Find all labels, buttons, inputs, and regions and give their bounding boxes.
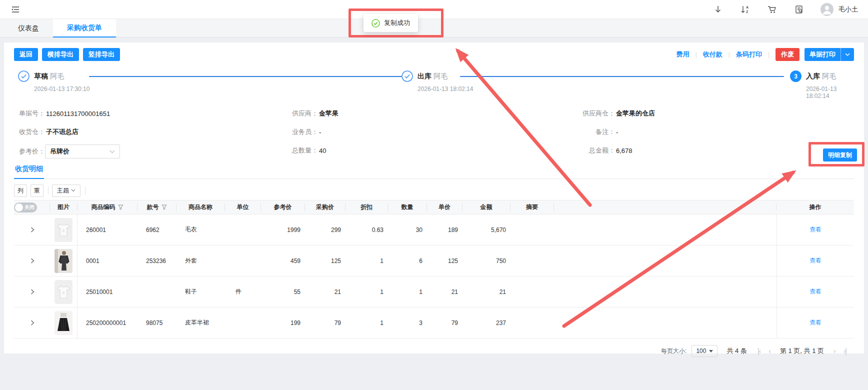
svg-text:Z: Z xyxy=(746,10,748,14)
table-row: 0001253236外套45912516125750查看 xyxy=(14,246,854,276)
col-unit-price: 单价 xyxy=(427,204,462,211)
cell-amount: 21 xyxy=(462,288,510,296)
cell-ref-price: 459 xyxy=(261,258,305,264)
row-expand-icon[interactable] xyxy=(14,288,50,295)
field-label: 参考价 xyxy=(14,147,45,156)
product-photo xyxy=(54,249,72,273)
doc-print-button[interactable]: 单据打印 xyxy=(804,48,854,61)
export-vertical-button[interactable]: 竖排导出 xyxy=(83,48,120,61)
step-user: 阿毛 xyxy=(822,72,836,80)
payments-link[interactable]: 收付款 xyxy=(703,50,722,59)
view-link[interactable]: 查看 xyxy=(810,288,822,296)
product-image-cell[interactable] xyxy=(50,308,78,338)
row-expand-icon[interactable] xyxy=(14,320,50,326)
cell-discount: 1 xyxy=(346,288,388,296)
first-page-button[interactable]: |‹ xyxy=(756,347,762,355)
fees-link[interactable]: 费用 xyxy=(676,50,690,59)
barcode-print-link[interactable]: 条码打印 xyxy=(736,50,762,59)
step-name: 出库 xyxy=(418,72,432,80)
row-action-cell: 查看 xyxy=(776,214,854,245)
sort-a-z-icon[interactable]: AZ xyxy=(740,4,750,15)
col-summary: 摘要 xyxy=(510,204,554,211)
product-image-cell[interactable]: e xyxy=(50,214,78,245)
cell-qty: 30 xyxy=(388,226,427,234)
cell-product-code: 260001 xyxy=(78,226,138,234)
cell-discount: 1 xyxy=(346,320,388,326)
step-check-icon xyxy=(18,70,30,82)
col-product-code[interactable]: 商品编码 xyxy=(78,204,138,211)
col-action: 操作 xyxy=(776,204,854,211)
tab-receive-detail[interactable]: 收货明细 xyxy=(14,164,44,179)
tab-purchase-receipt[interactable]: 采购收货单 xyxy=(53,19,116,38)
step-name: 草稿 xyxy=(34,72,48,80)
page-info: 第 1 页, 共 1 页 xyxy=(780,346,824,356)
cart-icon[interactable] xyxy=(766,4,778,15)
field-label: 总数量 xyxy=(284,146,318,155)
export-horizontal-button[interactable]: 横排导出 xyxy=(42,48,79,61)
field-label: 备注 xyxy=(574,128,615,136)
cell-amount: 237 xyxy=(462,320,510,326)
columns-button[interactable]: 列 xyxy=(14,184,27,197)
ref-price-select[interactable]: 吊牌价 xyxy=(45,144,120,158)
cell-ref-price: 199 xyxy=(261,320,305,326)
step-check-icon xyxy=(402,70,413,82)
user-menu[interactable] xyxy=(820,3,834,16)
avatar xyxy=(820,3,834,16)
table-row: e2600016962毛衣19992990.63301895,670查看 xyxy=(14,214,854,246)
step-user: 阿毛 xyxy=(434,72,448,80)
user-name[interactable]: 毛小土 xyxy=(838,5,858,14)
doc-print-label: 单据打印 xyxy=(804,50,840,59)
table-header: 关闭 图片 商品编码 款号 商品名称 单位 参考价 采购价 折扣 数量 单价 金… xyxy=(14,200,854,214)
toast-message: 复制成功 xyxy=(384,18,410,28)
total-qty-value: 40 xyxy=(319,147,326,154)
detail-section-header: 收货明细 xyxy=(14,164,854,179)
cell-purchase-price: 299 xyxy=(305,226,346,234)
page-size-select[interactable]: 100 xyxy=(692,345,718,357)
prev-page-button[interactable]: ‹ xyxy=(767,347,772,355)
expand-all-toggle[interactable]: 关闭 xyxy=(14,202,37,212)
next-page-button[interactable]: › xyxy=(832,347,837,355)
step-outbound: 出库 阿毛 2026-01-13 18:02:14 xyxy=(402,70,473,92)
view-link[interactable]: 查看 xyxy=(810,256,822,265)
row-expand-icon[interactable] xyxy=(14,226,50,233)
page-size-label: 每页大小: xyxy=(661,347,686,356)
cell-unit-price: 79 xyxy=(427,320,462,326)
svg-text:e: e xyxy=(62,228,64,233)
view-link[interactable]: 查看 xyxy=(810,318,822,327)
detail-copy-button[interactable]: 明细复制 xyxy=(823,148,857,162)
cell-unit: 件 xyxy=(225,288,261,296)
ref-price-value: 吊牌价 xyxy=(50,147,70,156)
product-photo xyxy=(54,311,72,335)
last-page-button[interactable]: ›| xyxy=(842,347,848,355)
void-button[interactable]: 作废 xyxy=(776,48,800,61)
row-expand-icon[interactable] xyxy=(14,258,50,264)
divider: | xyxy=(728,51,730,58)
chevron-down-icon xyxy=(71,189,76,192)
cell-product-name: 毛衣 xyxy=(176,226,225,234)
supplier-value: 金苹果 xyxy=(319,109,338,118)
field-label: 供应商仓 xyxy=(574,109,615,118)
col-unit: 单位 xyxy=(225,204,261,211)
col-style-no[interactable]: 款号 xyxy=(138,204,176,211)
view-link[interactable]: 查看 xyxy=(810,226,822,234)
divider: | xyxy=(696,51,697,58)
weight-button[interactable]: 重 xyxy=(30,184,44,197)
menu-fold-icon[interactable] xyxy=(10,4,21,15)
salesman-value: - xyxy=(319,128,321,136)
back-button[interactable]: 返回 xyxy=(14,48,38,61)
theme-dropdown[interactable]: 主题 xyxy=(52,184,80,197)
receive-warehouse-value: 子不语总店 xyxy=(46,128,78,136)
step-time: 2026-01-13 17:30:10 xyxy=(34,86,90,92)
cell-discount: 0.63 xyxy=(346,226,388,234)
chevron-down-icon xyxy=(110,150,115,154)
product-image-cell[interactable]: e xyxy=(50,276,78,307)
remark-value: - xyxy=(616,128,618,136)
step-user: 阿毛 xyxy=(50,72,64,80)
download-icon[interactable] xyxy=(712,4,724,15)
order-search-icon[interactable] xyxy=(794,4,804,15)
doc-print-dropdown[interactable] xyxy=(840,48,854,61)
row-action-cell: 查看 xyxy=(776,276,854,307)
product-image-cell[interactable] xyxy=(50,246,78,276)
step-connector xyxy=(89,76,405,77)
tab-dashboard[interactable]: 仪表盘 xyxy=(4,19,53,38)
